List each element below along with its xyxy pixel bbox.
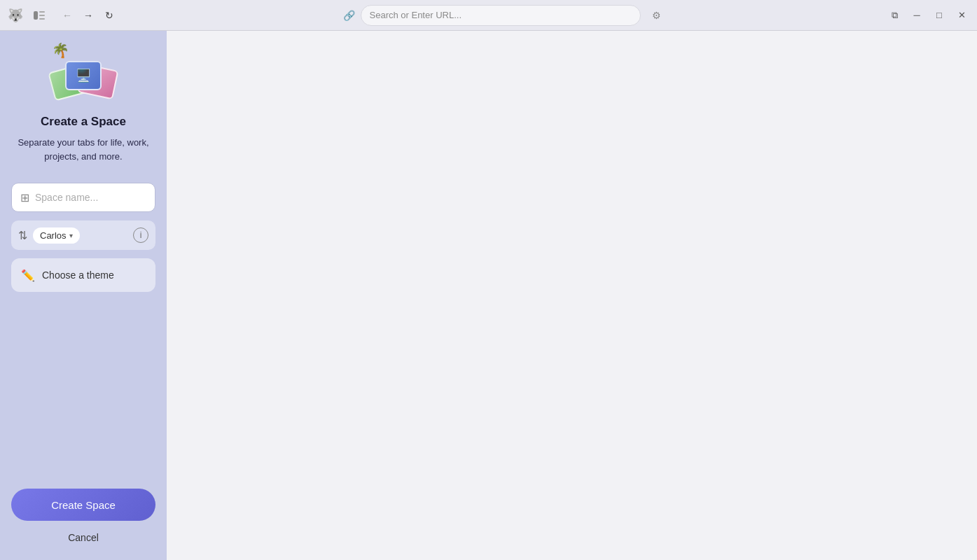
svg-rect-0 — [34, 11, 38, 20]
window-controls: ⧉ ─ □ ✕ — [885, 6, 971, 25]
choose-theme-button[interactable]: ✏️ Choose a theme — [11, 258, 155, 292]
theme-button-label: Choose a theme — [42, 270, 114, 281]
title-bar-left: 🐺 — [6, 6, 49, 25]
svg-rect-1 — [39, 11, 45, 13]
card-center — [65, 61, 102, 90]
app-icon: 🐺 — [6, 6, 25, 25]
filter-icon[interactable]: ⚙ — [652, 10, 661, 21]
sidebar-description: Separate your tabs for life, work, proje… — [11, 136, 155, 163]
sidebar: 🌴 Create a Space Separate your tabs for … — [0, 31, 167, 560]
address-bar-container: 🔗 Search or Enter URL... ⚙ — [122, 5, 882, 26]
space-name-input[interactable]: ⊞ Space name... — [11, 183, 155, 212]
back-button[interactable]: ← — [57, 6, 77, 25]
sidebar-title: Create a Space — [41, 115, 126, 129]
profile-icon: ⇅ — [18, 229, 27, 242]
profile-selector[interactable]: Carlos ▾ — [33, 227, 80, 244]
profile-name: Carlos — [40, 230, 67, 241]
create-space-button[interactable]: Create Space — [11, 489, 155, 521]
maximize-button[interactable]: □ — [929, 6, 949, 25]
address-bar[interactable]: Search or Enter URL... — [361, 5, 641, 26]
address-bar-placeholder: Search or Enter URL... — [370, 10, 462, 20]
space-illustration: 🌴 — [45, 48, 122, 104]
palm-icon: 🌴 — [52, 42, 69, 59]
title-bar: 🐺 ← → ↻ 🔗 Search or Enter URL... ⚙ ⧉ ─ □… — [0, 0, 977, 31]
svg-rect-2 — [39, 15, 45, 16]
chevron-down-icon: ▾ — [69, 232, 73, 239]
svg-rect-3 — [39, 18, 45, 20]
space-name-icon: ⊞ — [20, 191, 29, 204]
info-button[interactable]: i — [133, 227, 148, 243]
close-button[interactable]: ✕ — [952, 6, 971, 25]
profile-row: ⇅ Carlos ▾ i — [11, 220, 155, 250]
link-icon: 🔗 — [343, 10, 355, 21]
cancel-button[interactable]: Cancel — [62, 529, 104, 546]
forward-button[interactable]: → — [78, 6, 98, 25]
nav-buttons: ← → ↻ — [57, 6, 119, 25]
space-name-placeholder: Space name... — [35, 192, 98, 203]
minimize-button[interactable]: ─ — [907, 6, 927, 25]
main-content: 🌴 Create a Space Separate your tabs for … — [0, 31, 977, 560]
pencil-icon: ✏️ — [21, 269, 35, 282]
split-view-button[interactable]: ⧉ — [885, 6, 904, 25]
reload-button[interactable]: ↻ — [99, 6, 119, 25]
main-panel — [167, 31, 977, 560]
sidebar-toggle-button[interactable] — [29, 6, 49, 25]
